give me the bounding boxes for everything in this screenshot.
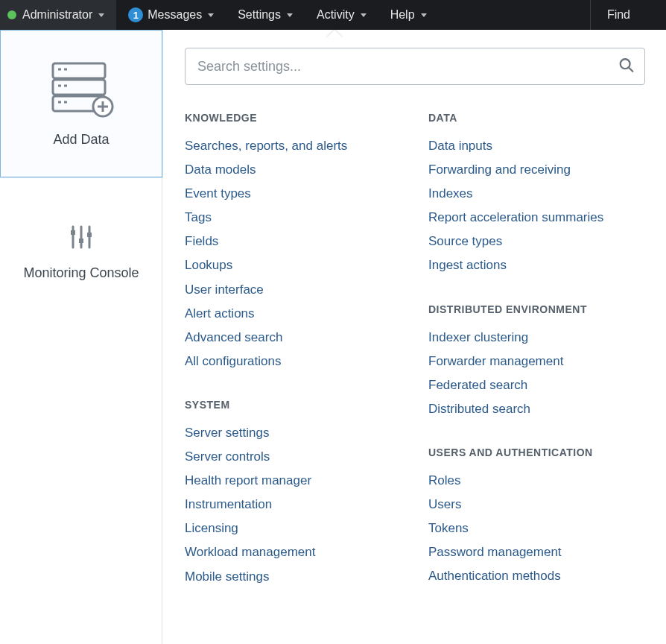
settings-link[interactable]: Workload management xyxy=(185,540,402,564)
settings-link[interactable]: Server settings xyxy=(185,421,402,445)
svg-line-19 xyxy=(629,67,633,72)
settings-link[interactable]: Health report manager xyxy=(185,469,402,493)
sidebar-add-data[interactable]: Add Data xyxy=(0,30,162,177)
svg-rect-15 xyxy=(71,230,75,235)
link-list-knowledge: Searches, reports, and alertsData models… xyxy=(185,134,402,373)
section-distributed: DISTRIBUTED ENVIRONMENT Indexer clusteri… xyxy=(428,303,645,421)
section-heading: DATA xyxy=(428,112,645,124)
chevron-down-icon xyxy=(421,13,427,17)
section-heading: KNOWLEDGE xyxy=(185,112,402,124)
settings-dropdown-panel: Add Data Monitoring Console xyxy=(0,30,666,644)
settings-link[interactable]: Users xyxy=(428,493,645,517)
search-settings-input[interactable] xyxy=(185,48,645,85)
messages-count-badge: 1 xyxy=(128,7,143,22)
link-list-system: Server settingsServer controlsHealth rep… xyxy=(185,421,402,589)
svg-rect-16 xyxy=(79,239,83,243)
settings-content: KNOWLEDGE Searches, reports, and alertsD… xyxy=(162,30,666,644)
nav-settings[interactable]: Settings xyxy=(226,0,305,30)
section-heading: SYSTEM xyxy=(185,399,402,411)
section-data: DATA Data inputsForwarding and receiving… xyxy=(428,112,645,278)
section-knowledge: KNOWLEDGE Searches, reports, and alertsD… xyxy=(185,112,402,373)
section-users: USERS AND AUTHENTICATION RolesUsersToken… xyxy=(428,446,645,588)
sidebar-label: Monitoring Console xyxy=(23,265,139,281)
settings-link[interactable]: Searches, reports, and alerts xyxy=(185,134,402,158)
status-dot-icon xyxy=(7,10,16,19)
nav-activity[interactable]: Activity xyxy=(305,0,378,30)
settings-link[interactable]: Password management xyxy=(428,540,645,564)
nav-label: Administrator xyxy=(22,8,92,22)
settings-link[interactable]: Server controls xyxy=(185,445,402,469)
search-icon xyxy=(618,57,635,76)
menu-pointer-icon xyxy=(326,30,343,38)
settings-link[interactable]: Report acceleration summaries xyxy=(428,206,645,230)
nav-messages[interactable]: 1 Messages xyxy=(116,0,226,30)
nav-label: Settings xyxy=(238,8,281,22)
nav-find[interactable]: Find xyxy=(590,0,666,30)
settings-link[interactable]: Tokens xyxy=(428,517,645,540)
section-system: SYSTEM Server settingsServer controlsHea… xyxy=(185,399,402,589)
link-list-distributed: Indexer clusteringForwarder managementFe… xyxy=(428,326,645,421)
chevron-down-icon xyxy=(361,13,367,17)
settings-link[interactable]: Instrumentation xyxy=(185,493,402,517)
settings-link[interactable]: Forwarding and receiving xyxy=(428,158,645,182)
sliders-icon xyxy=(66,222,96,252)
settings-link[interactable]: Forwarder management xyxy=(428,350,645,373)
settings-link[interactable]: Data models xyxy=(185,158,402,182)
chevron-down-icon xyxy=(98,13,104,17)
sidebar-monitoring-console[interactable]: Monitoring Console xyxy=(0,177,162,325)
settings-link[interactable]: Lookups xyxy=(185,253,402,277)
settings-link[interactable]: Fields xyxy=(185,230,402,253)
chevron-down-icon xyxy=(287,13,293,17)
link-list-data: Data inputsForwarding and receivingIndex… xyxy=(428,134,645,278)
top-navbar: Administrator 1 Messages Settings Activi… xyxy=(0,0,666,30)
svg-rect-17 xyxy=(87,233,92,237)
svg-rect-0 xyxy=(53,63,105,78)
settings-link[interactable]: Ingest actions xyxy=(428,253,645,277)
search-settings-wrap xyxy=(185,48,645,85)
section-heading: USERS AND AUTHENTICATION xyxy=(428,446,645,458)
settings-link[interactable]: Indexer clustering xyxy=(428,326,645,350)
settings-link[interactable]: Distributed search xyxy=(428,397,645,421)
settings-link[interactable]: All configurations xyxy=(185,350,402,373)
nav-label: Activity xyxy=(317,8,355,22)
sidebar-label: Add Data xyxy=(53,132,109,148)
settings-link[interactable]: Mobile settings xyxy=(185,565,402,589)
settings-sidebar: Add Data Monitoring Console xyxy=(0,30,162,644)
svg-rect-1 xyxy=(53,80,105,95)
settings-link[interactable]: Authentication methods xyxy=(428,564,645,588)
settings-link[interactable]: Tags xyxy=(185,206,402,230)
settings-link[interactable]: Federated search xyxy=(428,373,645,397)
nav-label: Help xyxy=(390,8,415,22)
settings-link[interactable]: Source types xyxy=(428,230,645,253)
settings-link[interactable]: Event types xyxy=(185,182,402,206)
nav-help[interactable]: Help xyxy=(378,0,439,30)
settings-link[interactable]: Roles xyxy=(428,469,645,493)
section-heading: DISTRIBUTED ENVIRONMENT xyxy=(428,303,645,315)
settings-link[interactable]: Advanced search xyxy=(185,326,402,350)
link-list-users: RolesUsersTokensPassword managementAuthe… xyxy=(428,469,645,588)
settings-link[interactable]: Alert actions xyxy=(185,302,402,326)
settings-link[interactable]: User interface xyxy=(185,278,402,302)
settings-link[interactable]: Licensing xyxy=(185,517,402,540)
settings-link[interactable]: Indexes xyxy=(428,182,645,206)
nav-label: Messages xyxy=(148,8,202,22)
add-data-icon xyxy=(48,60,114,119)
chevron-down-icon xyxy=(208,13,214,17)
nav-label: Find xyxy=(607,8,630,22)
nav-administrator[interactable]: Administrator xyxy=(0,0,116,30)
settings-link[interactable]: Data inputs xyxy=(428,134,645,158)
